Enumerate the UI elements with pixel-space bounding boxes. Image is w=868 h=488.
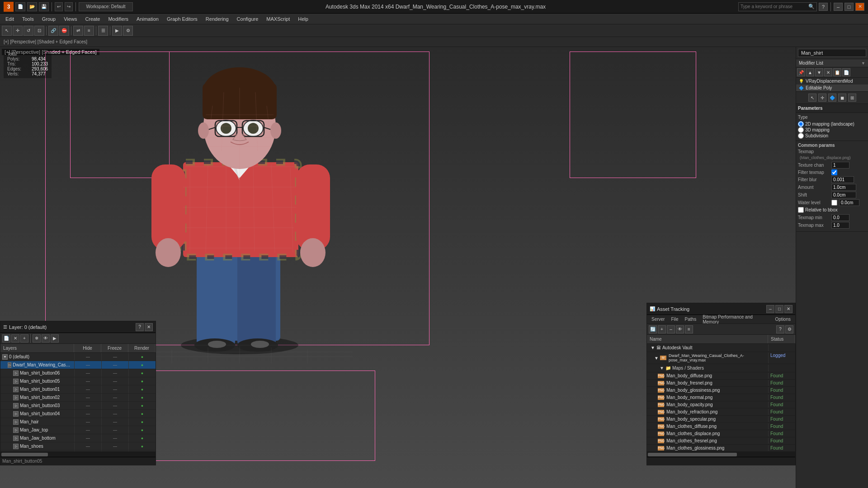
asset-scrollbar-thumb[interactable] — [648, 453, 737, 456]
scale-tool[interactable]: ⊡ — [34, 26, 44, 36]
minimize-btn[interactable]: – — [834, 3, 843, 11]
asset-file-row[interactable]: PNG Man_body_glossiness.png Found — [647, 387, 795, 394]
rotate-tool[interactable]: ↺ — [24, 26, 33, 36]
texture-chan-input[interactable] — [831, 162, 849, 169]
menu-edit[interactable]: Edit — [2, 15, 18, 23]
asset-menu-paths[interactable]: Paths — [682, 316, 699, 322]
asset-file-row[interactable]: PNG Man_clothes_glossiness.png Found — [647, 445, 795, 451]
menu-views[interactable]: Views — [60, 15, 80, 23]
layer-item[interactable]: ▷ Man_Jaw_bottom — — ● — [0, 434, 156, 442]
layers-close-btn[interactable]: ✕ — [145, 323, 153, 331]
modifier-dropdown-arrow[interactable]: ▼ — [861, 61, 865, 66]
layer-item[interactable]: ▼ 0 (default) — — ● — [0, 353, 156, 361]
asset-file-row[interactable]: PNG Man_body_refraction.png Found — [647, 408, 795, 416]
mod-icon-3[interactable]: 🔷 — [828, 94, 836, 102]
texmap-max-input[interactable] — [831, 222, 849, 229]
main-file-row[interactable]: ▼ M Dwarf_Man_Wearing_Casual_Clothes_A-p… — [647, 352, 795, 364]
layer-tool[interactable]: ☰ — [98, 26, 108, 36]
asset-scrollbar[interactable] — [647, 451, 795, 457]
layers-new-btn[interactable]: 📄 — [2, 334, 10, 343]
undo-btn[interactable]: ↩ — [55, 2, 63, 11]
render-tool[interactable]: ▶ — [112, 26, 122, 36]
redo-btn[interactable]: ↪ — [65, 2, 73, 11]
asset-file-row[interactable]: PNG Man_body_specular.png Found — [647, 416, 795, 423]
texmap-min-input[interactable] — [831, 214, 849, 221]
radio-3d[interactable]: 3D mapping — [798, 127, 866, 133]
asset-maximize-btn[interactable]: □ — [775, 305, 783, 313]
new-btn[interactable]: 📄 — [15, 2, 25, 11]
layers-freeze[interactable]: ❄ — [33, 334, 41, 343]
asset-settings-btn[interactable]: ⚙ — [785, 325, 793, 333]
amount-input[interactable] — [831, 184, 856, 191]
menu-create[interactable]: Create — [81, 15, 104, 23]
mod-icon-5[interactable]: ⊞ — [848, 94, 856, 102]
asset-minimize-btn[interactable]: – — [766, 305, 774, 313]
move-tool[interactable]: ✛ — [13, 26, 23, 36]
link-tool[interactable]: 🔗 — [48, 26, 58, 36]
water-level-checkbox[interactable] — [831, 200, 837, 206]
layers-add-sel[interactable]: + — [20, 334, 28, 343]
asset-file-row[interactable]: PNG Man_body_opacity.png Found — [647, 401, 795, 408]
relative-to-bbox-row[interactable]: Relative to bbox — [798, 207, 866, 213]
layers-delete-btn[interactable]: ✕ — [11, 334, 19, 343]
asset-collapse-btn[interactable]: – — [667, 325, 675, 333]
menu-rendering[interactable]: Rendering — [202, 15, 232, 23]
layer-item[interactable]: ▷ Dwarf_Man_Wearing_Casual_Clothes_A-pos… — [0, 361, 156, 369]
asset-file-row[interactable]: PNG Man_clothes_diffuse.png Found — [647, 423, 795, 430]
menu-group[interactable]: Group — [38, 15, 60, 23]
menu-tools[interactable]: Tools — [19, 15, 38, 23]
select-tool[interactable]: ↖ — [2, 26, 12, 36]
asset-expand-btn[interactable]: + — [658, 325, 666, 333]
layer-item[interactable]: ▷ Man_shirt_button03 — — ● — [0, 402, 156, 410]
mod-paste[interactable]: 📋 — [833, 68, 841, 76]
asset-help-btn[interactable]: ? — [776, 325, 784, 333]
asset-menu-options[interactable]: Options — [773, 316, 793, 322]
maximize-btn[interactable]: □ — [844, 3, 854, 11]
asset-file-row[interactable]: PNG Man_clothes_fresnel.png Found — [647, 437, 795, 445]
menu-graph-editors[interactable]: Graph Editors — [163, 15, 201, 23]
layers-scrollbar-thumb[interactable] — [1, 453, 48, 456]
layer-item[interactable]: ▷ Man_shirt_button02 — — ● — [0, 394, 156, 402]
mod-move-up[interactable]: ▲ — [806, 68, 814, 76]
relative-bbox-checkbox[interactable] — [798, 207, 804, 213]
modifier-item-poly[interactable]: 🔷 Editable Poly — [796, 84, 868, 91]
close-btn[interactable]: ✕ — [855, 3, 864, 11]
maps-folder-row[interactable]: ▼ 📁 Maps / Shaders — [647, 364, 795, 372]
mod-icon-2[interactable]: ✛ — [818, 94, 826, 102]
mod-icon-4[interactable]: ◼ — [838, 94, 846, 102]
asset-file-row[interactable]: PNG Man_body_diffuse.png Found — [647, 372, 795, 380]
menu-maxscript[interactable]: MAXScript — [263, 15, 293, 23]
water-level-input[interactable] — [839, 199, 859, 206]
mod-delete[interactable]: ✕ — [824, 68, 832, 76]
filter-texmap-checkbox[interactable] — [831, 169, 837, 175]
help-btn[interactable]: ? — [819, 3, 828, 11]
menu-modifiers[interactable]: Modifiers — [104, 15, 132, 23]
layer-item[interactable]: ▷ Man_hair — — ● — [0, 418, 156, 426]
mod-copy[interactable]: 📄 — [842, 68, 850, 76]
menu-animation[interactable]: Animation — [133, 15, 162, 23]
asset-menu-bitmap[interactable]: Bitmap Performance and Memory — [700, 314, 771, 325]
align-tool[interactable]: ≡ — [84, 26, 94, 36]
layer-item[interactable]: ▷ Man_shoes — — ● — [0, 442, 156, 450]
mod-move-down[interactable]: ▼ — [815, 68, 823, 76]
asset-file-row[interactable]: PNG Man_body_fresnel.png Found — [647, 380, 795, 387]
shift-input[interactable] — [831, 192, 856, 198]
mirror-tool[interactable]: ⇌ — [73, 26, 83, 36]
modifier-item-vray[interactable]: 💡 VRayDisplacementMod — [796, 78, 868, 84]
asset-file-row[interactable]: PNG Man_body_normal.png Found — [647, 394, 795, 401]
workspace-btn[interactable]: Workspace: Default — [79, 2, 133, 11]
open-btn[interactable]: 📂 — [27, 2, 37, 11]
unlink-tool[interactable]: ⛔ — [59, 26, 69, 36]
asset-menu-server[interactable]: Server — [649, 316, 667, 322]
vault-root[interactable]: ▼ 🏛 Autodesk Vault — [647, 344, 795, 352]
render-setup[interactable]: ⚙ — [123, 26, 133, 36]
save-btn[interactable]: 💾 — [39, 2, 49, 11]
asset-menu-file[interactable]: File — [668, 316, 681, 322]
layers-scrollbar[interactable] — [0, 451, 156, 457]
radio-subdiv[interactable]: Subdivision — [798, 133, 866, 139]
layer-item[interactable]: ▷ Man_shirt_button01 — — ● — [0, 385, 156, 394]
filter-blur-input[interactable] — [831, 176, 854, 183]
layers-render[interactable]: ▶ — [51, 334, 59, 343]
search-input[interactable] — [741, 4, 808, 9]
menu-help[interactable]: Help — [294, 15, 312, 23]
